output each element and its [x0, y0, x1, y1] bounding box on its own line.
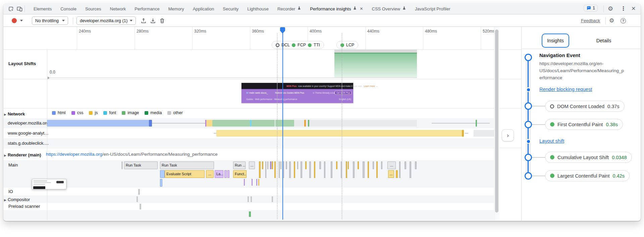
tab-recorder[interactable]: Recorder	[273, 3, 306, 14]
inspect-element-icon[interactable]	[8, 6, 14, 12]
record-button[interactable]	[12, 18, 17, 23]
network-request-segment[interactable]	[149, 120, 152, 127]
track-label-renderer[interactable]: ▶Renderer (main)	[4, 152, 41, 158]
flame-task-bar[interactable]	[346, 161, 347, 178]
help-icon[interactable]: ?	[621, 18, 626, 23]
timing-markers-pill[interactable]: LCP	[336, 41, 358, 49]
flame-event-task[interactable]: ...	[387, 161, 396, 169]
device-toolbar-icon[interactable]	[16, 6, 23, 12]
gpu-event-tick[interactable]	[249, 211, 251, 217]
flame-event-task[interactable]: Run ...	[233, 161, 246, 169]
target-select[interactable]: developer.mozilla.org (1)	[76, 16, 136, 25]
tab-details[interactable]: Details	[584, 34, 624, 48]
flame-task-bar[interactable]	[363, 161, 365, 178]
network-request-segment[interactable]	[275, 120, 294, 127]
playhead-handle[interactable]	[280, 27, 285, 34]
flame-task-bar[interactable]	[324, 161, 325, 178]
tab-sources[interactable]: Sources	[81, 3, 106, 14]
close-devtools-icon[interactable]: ✕	[631, 5, 636, 12]
flame-task-bar[interactable]	[314, 161, 315, 178]
flame-subtask-tick[interactable]	[244, 179, 245, 186]
flame-task-bar[interactable]	[381, 161, 382, 169]
tab-lighthouse[interactable]: Lighthouse	[243, 3, 273, 14]
network-request-segment[interactable]	[206, 120, 212, 127]
network-request-segment[interactable]	[476, 120, 477, 127]
flame-task-bar[interactable]	[262, 161, 263, 169]
tab-security[interactable]: Security	[218, 3, 243, 14]
flame-task-bar[interactable]	[358, 161, 359, 169]
flame-task-bar[interactable]	[259, 161, 261, 178]
flame-task-bar[interactable]	[319, 161, 321, 169]
flame-subtask-tick[interactable]	[258, 179, 259, 186]
flame-event-blue[interactable]	[160, 170, 165, 178]
filmstrip-screenshot[interactable]: MDN Plus now available in your country! …	[241, 83, 353, 103]
flame-task-bar[interactable]	[297, 161, 298, 169]
tab-javascript-profiler[interactable]: JavaScript Profiler	[411, 3, 454, 14]
layout-shift-link[interactable]: Layout shift	[539, 138, 564, 144]
compositor-event-tick[interactable]	[137, 196, 138, 202]
flame-task-bar[interactable]	[270, 161, 271, 169]
flame-task-bar[interactable]	[373, 161, 374, 169]
flame-task-bar[interactable]	[415, 161, 417, 169]
expand-sidebar-button[interactable]: ›	[502, 129, 514, 141]
flame-task-bar[interactable]	[265, 161, 266, 178]
tab-performance-insights[interactable]: Performance insights✕	[306, 3, 367, 14]
flame-event-script[interactable]: Funct...	[233, 170, 247, 178]
throttling-select[interactable]: No throttling	[32, 16, 68, 25]
compositor-event-tick[interactable]	[248, 196, 249, 202]
insight-metric-pill-largest-contentful-paint[interactable]: Largest Contentful Paint0.42s	[545, 170, 630, 181]
layout-shift-region[interactable]	[334, 53, 417, 78]
close-tab-icon[interactable]: ✕	[360, 6, 363, 11]
flame-event-script[interactable]: Evaluate Script	[165, 170, 205, 178]
network-request-segment[interactable]	[47, 120, 149, 127]
flame-task-bar[interactable]	[399, 161, 400, 178]
flame-event-script[interactable]: ...	[206, 170, 214, 178]
tab-elements[interactable]: Elements	[29, 3, 56, 14]
tab-performance[interactable]: Performance	[130, 3, 164, 14]
io-event-tick[interactable]	[138, 189, 140, 195]
export-trace-icon[interactable]	[150, 17, 156, 24]
flame-event-purple[interactable]	[224, 170, 227, 178]
render-blocking-request-link[interactable]: Render blocking request	[539, 87, 592, 92]
feedback-link[interactable]: Feedback	[581, 18, 600, 23]
flame-task-bar[interactable]	[376, 161, 378, 178]
timing-markers-pill[interactable]: DCLFCPTTI	[272, 41, 324, 49]
network-request-segment[interactable]	[308, 120, 309, 127]
flame-event-blue[interactable]	[160, 179, 162, 187]
flame-task-bar[interactable]	[301, 161, 302, 178]
compositor-event-tick[interactable]	[251, 196, 252, 202]
renderer-url-origin[interactable]: https://developer.mozilla.org	[46, 152, 102, 157]
insight-metric-pill-first-contentful-paint[interactable]: First Contentful Paint0.38s	[545, 119, 623, 130]
issues-badge[interactable]: 1	[584, 5, 598, 11]
flame-task-bar[interactable]	[280, 161, 281, 169]
import-trace-icon[interactable]	[140, 17, 147, 24]
network-request-segment[interactable]	[294, 120, 417, 127]
flame-event-script[interactable]: ...	[388, 170, 394, 178]
kebab-menu-icon[interactable]: ⋮	[621, 5, 626, 12]
track-label-compositor[interactable]: ▶Compositor	[4, 196, 30, 202]
tab-network[interactable]: Network	[106, 3, 130, 14]
playhead-line[interactable]	[282, 32, 283, 220]
tab-application[interactable]: Application	[189, 3, 219, 14]
tab-console[interactable]: Console	[56, 3, 81, 14]
flame-task-bar[interactable]	[353, 161, 355, 178]
track-label-network[interactable]: ▶Network	[4, 111, 25, 117]
network-request-segment[interactable]	[216, 130, 462, 137]
network-request-segment[interactable]	[212, 120, 250, 127]
flame-subtask-tick[interactable]	[256, 179, 257, 186]
flame-task-bar[interactable]	[279, 161, 280, 178]
layout-shift-cluster-header[interactable]	[334, 50, 417, 53]
tab-memory[interactable]: Memory	[164, 3, 189, 14]
flame-event-thin[interactable]	[121, 161, 123, 169]
network-request-segment[interactable]	[304, 120, 306, 127]
flame-event-purple[interactable]	[227, 170, 229, 178]
flame-event-task[interactable]: Run Task	[160, 161, 214, 169]
flame-task-bar[interactable]	[272, 161, 273, 169]
flame-task-bar[interactable]	[267, 161, 268, 169]
flame-task-bar[interactable]	[309, 161, 311, 178]
compositor-event-tick[interactable]	[272, 196, 273, 202]
flame-event-task[interactable]: ...	[249, 161, 255, 169]
flame-event-task[interactable]: Run Task	[124, 161, 158, 169]
flame-task-bar[interactable]	[336, 161, 337, 169]
record-options-caret[interactable]	[20, 20, 23, 21]
